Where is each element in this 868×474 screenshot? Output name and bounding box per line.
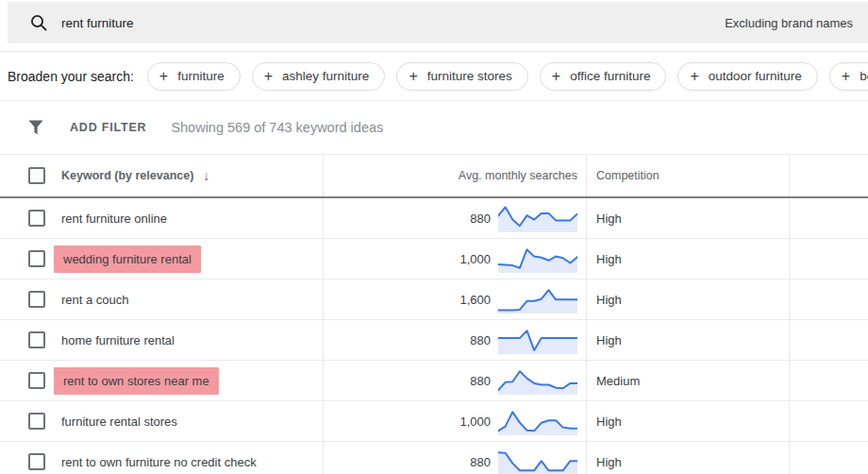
keyword-column-header[interactable]: Keyword (by relevance) ↓ bbox=[0, 155, 324, 196]
avg-searches-column-label[interactable]: Avg. monthly searches bbox=[459, 169, 577, 182]
table-row[interactable]: furniture rental stores 1,000 High bbox=[0, 401, 868, 442]
chip-label: bedroom bbox=[860, 69, 868, 83]
competition-value: High bbox=[596, 415, 622, 429]
competition-value: High bbox=[596, 455, 622, 469]
row-checkbox[interactable] bbox=[28, 210, 45, 227]
search-bar[interactable]: rent furniture Excluding brand names bbox=[8, 2, 868, 43]
empty-cell bbox=[790, 401, 868, 441]
search-query-input[interactable]: rent furniture bbox=[61, 16, 725, 30]
sort-descending-icon[interactable]: ↓ bbox=[203, 168, 209, 183]
row-checkbox[interactable] bbox=[28, 413, 45, 430]
search-icon bbox=[30, 14, 47, 31]
empty-cell bbox=[790, 239, 868, 279]
excluding-brand-names-label[interactable]: Excluding brand names bbox=[725, 16, 853, 30]
avg-searches-column-header[interactable]: Avg. monthly searches bbox=[324, 155, 587, 196]
broaden-chips: +furniture+ashley furniture+furniture st… bbox=[147, 62, 868, 91]
row-checkbox[interactable] bbox=[28, 453, 45, 470]
broaden-chip[interactable]: +furniture bbox=[147, 62, 241, 91]
search-section: rent furniture Excluding brand names bbox=[0, 0, 868, 52]
avg-monthly-searches-value: 1,000 bbox=[459, 415, 491, 429]
plus-icon: + bbox=[552, 68, 560, 85]
search-trend-sparkline bbox=[498, 245, 577, 273]
filter-bar: ADD FILTER Showing 569 of 743 keyword id… bbox=[0, 101, 868, 155]
avg-monthly-searches-value: 880 bbox=[470, 212, 491, 226]
chip-label: office furniture bbox=[570, 69, 650, 83]
table-row[interactable]: home furniture rental 880 High bbox=[0, 320, 868, 361]
row-checkbox[interactable] bbox=[28, 291, 45, 308]
avg-monthly-searches-value: 1,600 bbox=[459, 293, 491, 307]
plus-icon: + bbox=[842, 68, 850, 85]
filter-funnel-icon[interactable] bbox=[28, 120, 43, 135]
broaden-chip[interactable]: +bedroom bbox=[829, 62, 868, 91]
plus-icon: + bbox=[690, 68, 698, 85]
competition-value: High bbox=[596, 293, 622, 307]
competition-column-label[interactable]: Competition bbox=[596, 169, 659, 182]
add-filter-button[interactable]: ADD FILTER bbox=[70, 121, 146, 134]
row-checkbox[interactable] bbox=[28, 250, 45, 267]
keyword-text: furniture rental stores bbox=[61, 415, 177, 429]
search-trend-sparkline bbox=[498, 366, 577, 395]
broaden-chip[interactable]: +furniture stores bbox=[396, 62, 527, 91]
broaden-chip[interactable]: +ashley furniture bbox=[252, 62, 386, 91]
search-trend-sparkline bbox=[498, 407, 577, 435]
chip-label: ashley furniture bbox=[282, 69, 369, 83]
keyword-table-body: rent furniture online 880 High wedding f… bbox=[0, 198, 868, 474]
avg-monthly-searches-value: 880 bbox=[470, 374, 491, 388]
keyword-text: rent to own furniture no credit check bbox=[61, 455, 257, 469]
keyword-text: wedding furniture rental bbox=[54, 245, 201, 273]
row-checkbox[interactable] bbox=[28, 372, 45, 389]
empty-cell bbox=[790, 320, 868, 360]
search-trend-sparkline bbox=[498, 204, 577, 232]
search-trend-sparkline bbox=[498, 448, 577, 474]
search-trend-sparkline bbox=[498, 285, 577, 313]
avg-monthly-searches-value: 880 bbox=[470, 333, 491, 347]
broaden-search-row: Broaden your search: +furniture+ashley f… bbox=[0, 52, 868, 101]
empty-column-header bbox=[790, 155, 868, 196]
plus-icon: + bbox=[264, 68, 273, 85]
table-row[interactable]: wedding furniture rental 1,000 High bbox=[0, 239, 868, 279]
avg-monthly-searches-value: 880 bbox=[470, 455, 491, 469]
competition-column-header[interactable]: Competition bbox=[587, 155, 790, 196]
competition-value: High bbox=[596, 212, 622, 226]
table-row[interactable]: rent to own furniture no credit check 88… bbox=[0, 442, 868, 474]
plus-icon: + bbox=[159, 68, 168, 85]
broaden-search-label: Broaden your search: bbox=[8, 69, 134, 84]
empty-cell bbox=[790, 198, 868, 238]
empty-cell bbox=[790, 279, 868, 319]
row-checkbox[interactable] bbox=[28, 331, 45, 348]
table-row[interactable]: rent to own stores near me 880 Medium bbox=[0, 361, 868, 401]
broaden-chip[interactable]: +office furniture bbox=[540, 62, 667, 91]
keyword-text: rent to own stores near me bbox=[54, 367, 219, 395]
keyword-text: rent furniture online bbox=[61, 212, 167, 226]
keyword-column-label[interactable]: Keyword (by relevance) bbox=[61, 169, 193, 182]
keyword-text: home furniture rental bbox=[61, 333, 175, 347]
table-header: Keyword (by relevance) ↓ Avg. monthly se… bbox=[0, 155, 868, 198]
chip-label: furniture bbox=[177, 69, 225, 83]
empty-cell bbox=[790, 442, 868, 474]
select-all-checkbox[interactable] bbox=[28, 167, 45, 184]
competition-value: High bbox=[596, 333, 622, 347]
empty-cell bbox=[790, 361, 868, 400]
showing-count-label: Showing 569 of 743 keyword ideas bbox=[171, 120, 383, 135]
table-row[interactable]: rent a couch 1,600 High bbox=[0, 279, 868, 320]
chip-label: outdoor furniture bbox=[709, 69, 802, 83]
competition-value: High bbox=[596, 252, 622, 266]
table-row[interactable]: rent furniture online 880 High bbox=[0, 198, 868, 239]
chip-label: furniture stores bbox=[427, 69, 512, 83]
search-trend-sparkline bbox=[498, 326, 577, 354]
broaden-chip[interactable]: +outdoor furniture bbox=[677, 62, 817, 91]
keyword-text: rent a couch bbox=[61, 293, 129, 307]
avg-monthly-searches-value: 1,000 bbox=[459, 252, 491, 266]
plus-icon: + bbox=[409, 68, 417, 85]
competition-value: Medium bbox=[596, 374, 640, 388]
